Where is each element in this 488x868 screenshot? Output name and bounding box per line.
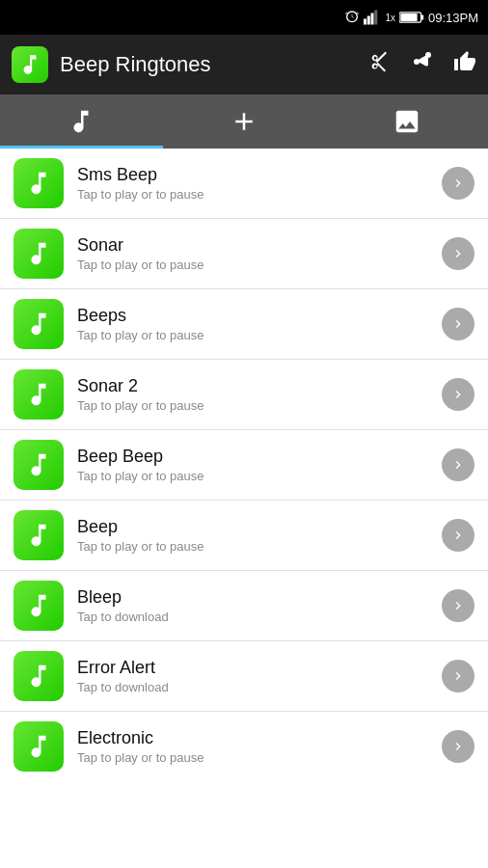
network-type: 1x xyxy=(385,13,395,23)
item-arrow[interactable] xyxy=(442,730,474,763)
item-title: Electronic xyxy=(77,728,442,748)
item-subtitle: Tap to play or to pause xyxy=(77,539,442,554)
item-subtitle: Tap to play or to pause xyxy=(77,469,442,483)
item-icon xyxy=(14,229,64,279)
item-icon xyxy=(14,299,64,349)
item-arrow[interactable] xyxy=(442,589,474,622)
music-note-icon xyxy=(24,310,53,339)
item-subtitle: Tap to play or to pause xyxy=(77,398,442,413)
list-item[interactable]: Sonar Tap to play or to pause xyxy=(0,219,488,289)
item-arrow[interactable] xyxy=(442,167,474,200)
item-title: Error Alert xyxy=(77,658,442,678)
app-logo-icon xyxy=(17,52,42,77)
svg-rect-1 xyxy=(367,16,370,25)
status-bar: 1x 09:13PM xyxy=(0,0,488,35)
item-subtitle: Tap to play or to pause xyxy=(77,258,442,272)
svg-rect-0 xyxy=(364,19,366,25)
item-subtitle: Tap to play or to pause xyxy=(77,328,442,342)
item-info: Sonar Tap to play or to pause xyxy=(77,235,442,272)
item-icon xyxy=(14,581,64,631)
item-subtitle: Tap to play or to pause xyxy=(77,750,442,765)
list-item[interactable]: Sonar 2 Tap to play or to pause xyxy=(0,360,488,430)
tab-gallery[interactable] xyxy=(325,95,488,149)
item-subtitle: Tap to download xyxy=(77,610,442,624)
music-note-icon xyxy=(24,732,53,761)
item-arrow[interactable] xyxy=(442,308,474,340)
item-title: Sonar xyxy=(77,235,442,256)
status-icons: 1x 09:13PM xyxy=(344,10,478,25)
plus-tab-icon xyxy=(230,107,258,136)
item-icon xyxy=(14,721,64,772)
music-note-icon xyxy=(24,450,53,479)
svg-rect-3 xyxy=(375,11,378,25)
item-icon xyxy=(14,440,64,490)
item-info: Bleep Tap to download xyxy=(77,587,442,624)
share-icon[interactable] xyxy=(411,50,434,79)
list-item[interactable]: Beeps Tap to play or to pause xyxy=(0,289,488,360)
alarm-icon xyxy=(344,10,360,25)
music-note-icon xyxy=(24,521,53,550)
item-title: Beep Beep xyxy=(77,447,442,467)
item-icon xyxy=(14,158,64,208)
item-title: Beeps xyxy=(77,306,442,326)
battery-icon xyxy=(399,11,424,24)
item-icon xyxy=(14,369,64,420)
tab-add[interactable] xyxy=(163,95,326,149)
svg-rect-5 xyxy=(400,14,417,21)
item-info: Beep Tap to play or to pause xyxy=(77,517,442,554)
item-subtitle: Tap to play or to pause xyxy=(77,187,442,202)
tab-ringtones[interactable] xyxy=(0,95,163,149)
list-item[interactable]: Sms Beep Tap to play or to pause xyxy=(0,149,488,219)
music-note-icon xyxy=(24,169,53,198)
item-subtitle: Tap to download xyxy=(77,680,442,694)
item-arrow[interactable] xyxy=(442,378,474,411)
list-item[interactable]: Electronic Tap to play or to pause xyxy=(0,712,488,781)
list-item[interactable]: Beep Beep Tap to play or to pause xyxy=(0,430,488,501)
svg-rect-2 xyxy=(371,14,374,25)
item-title: Sms Beep xyxy=(77,165,442,185)
scissors-icon[interactable] xyxy=(368,50,392,79)
list-item[interactable]: Beep Tap to play or to pause xyxy=(0,501,488,571)
app-header: Beep Ringtones xyxy=(0,35,488,95)
item-info: Electronic Tap to play or to pause xyxy=(77,728,442,765)
header-actions xyxy=(368,50,476,79)
list-item[interactable]: Error Alert Tap to download xyxy=(0,641,488,712)
item-info: Sonar 2 Tap to play or to pause xyxy=(77,376,442,413)
thumbsup-icon[interactable] xyxy=(453,50,476,79)
item-icon xyxy=(14,510,64,560)
music-note-icon xyxy=(24,662,53,691)
item-info: Error Alert Tap to download xyxy=(77,658,442,694)
item-info: Sms Beep Tap to play or to pause xyxy=(77,165,442,202)
item-info: Beep Beep Tap to play or to pause xyxy=(77,447,442,483)
ringtone-list: Sms Beep Tap to play or to pause Sonar T… xyxy=(0,149,488,781)
time-display: 09:13PM xyxy=(428,11,478,25)
app-title: Beep Ringtones xyxy=(60,52,211,77)
item-info: Beeps Tap to play or to pause xyxy=(77,306,442,342)
signal-icon xyxy=(364,10,381,25)
item-arrow[interactable] xyxy=(442,660,474,692)
list-item[interactable]: Bleep Tap to download xyxy=(0,571,488,641)
music-note-icon xyxy=(24,239,53,268)
toolbar xyxy=(0,95,488,149)
app-logo xyxy=(12,46,48,83)
item-title: Beep xyxy=(77,517,442,537)
music-note-tab-icon xyxy=(67,107,95,136)
item-title: Bleep xyxy=(77,587,442,608)
item-arrow[interactable] xyxy=(442,448,474,481)
item-title: Sonar 2 xyxy=(77,376,442,396)
music-note-icon xyxy=(24,591,53,620)
item-icon xyxy=(14,651,64,701)
image-tab-icon xyxy=(393,107,421,136)
item-arrow[interactable] xyxy=(442,519,474,552)
item-arrow[interactable] xyxy=(442,237,474,270)
svg-rect-6 xyxy=(420,14,423,19)
app-header-left: Beep Ringtones xyxy=(12,46,211,83)
music-note-icon xyxy=(24,380,53,409)
